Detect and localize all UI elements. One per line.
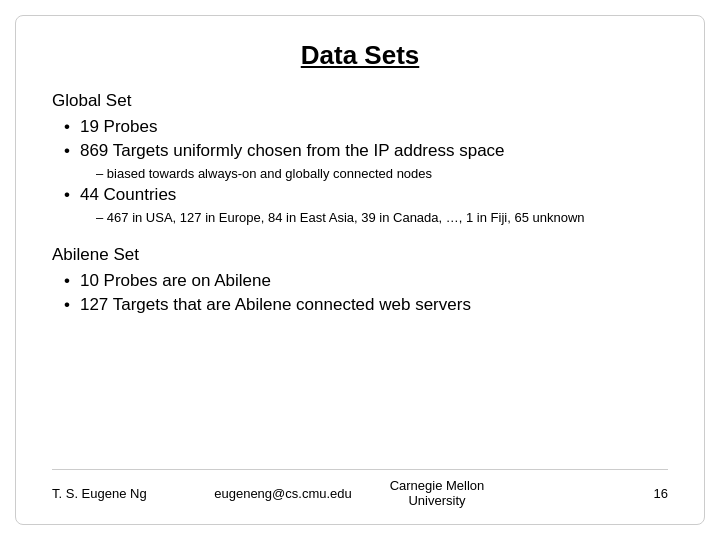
sub-item: – 467 in USA, 127 in Europe, 84 in East … bbox=[96, 209, 668, 227]
bullet-icon: • bbox=[64, 271, 70, 291]
abilene-set-list: • 10 Probes are on Abilene • 127 Targets… bbox=[52, 271, 668, 315]
slide-title: Data Sets bbox=[52, 40, 668, 71]
footer-email: eugeneng@cs.cmu.edu bbox=[206, 486, 360, 501]
global-set-list: • 19 Probes • 869 Targets uniformly chos… bbox=[52, 117, 668, 227]
footer-page: 16 bbox=[514, 486, 668, 501]
slide: Data Sets Global Set • 19 Probes • 869 T… bbox=[15, 15, 705, 525]
bullet-icon: • bbox=[64, 295, 70, 315]
global-set-heading: Global Set bbox=[52, 91, 668, 111]
list-item: • 869 Targets uniformly chosen from the … bbox=[52, 141, 668, 161]
list-item: • 127 Targets that are Abilene connected… bbox=[52, 295, 668, 315]
footer-author: T. S. Eugene Ng bbox=[52, 486, 206, 501]
sub-item: – biased towards always-on and globally … bbox=[96, 165, 668, 183]
footer-institution: Carnegie Mellon University bbox=[360, 478, 514, 508]
list-item: • 44 Countries bbox=[52, 185, 668, 205]
bullet-text: 127 Targets that are Abilene connected w… bbox=[80, 295, 471, 315]
bullet-icon: • bbox=[64, 141, 70, 161]
bullet-icon: • bbox=[64, 117, 70, 137]
abilene-set-heading: Abilene Set bbox=[52, 245, 668, 265]
bullet-text: 44 Countries bbox=[80, 185, 176, 205]
bullet-text: 869 Targets uniformly chosen from the IP… bbox=[80, 141, 505, 161]
slide-footer: T. S. Eugene Ng eugeneng@cs.cmu.edu Carn… bbox=[52, 469, 668, 508]
sub-item-text: – biased towards always-on and globally … bbox=[96, 166, 432, 181]
slide-content: Global Set • 19 Probes • 869 Targets uni… bbox=[52, 91, 668, 461]
bullet-text: 10 Probes are on Abilene bbox=[80, 271, 271, 291]
sub-item-text: – 467 in USA, 127 in Europe, 84 in East … bbox=[96, 210, 585, 225]
bullet-icon: • bbox=[64, 185, 70, 205]
bullet-text: 19 Probes bbox=[80, 117, 158, 137]
list-item: • 10 Probes are on Abilene bbox=[52, 271, 668, 291]
list-item: • 19 Probes bbox=[52, 117, 668, 137]
abilene-section: Abilene Set • 10 Probes are on Abilene •… bbox=[52, 245, 668, 315]
